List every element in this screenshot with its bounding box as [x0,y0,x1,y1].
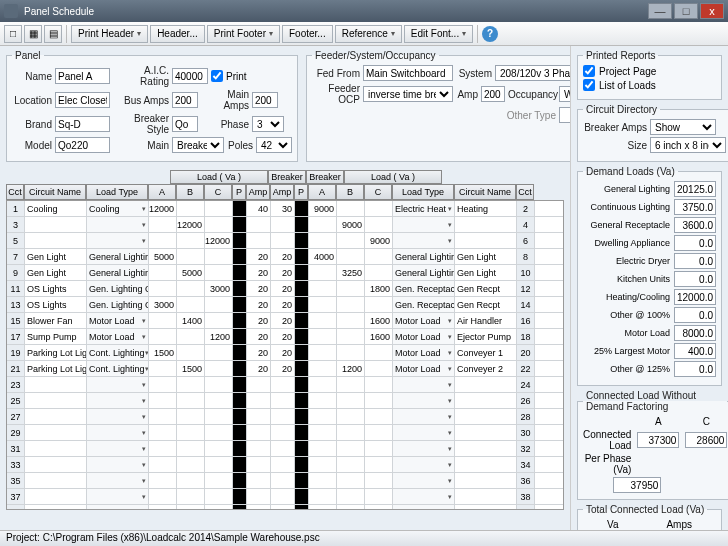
close-button[interactable]: x [700,3,724,19]
name-input[interactable] [55,68,110,84]
print-checkbox[interactable] [211,70,223,82]
demand-legend: Demand Loads (Va) [583,166,678,177]
col-amp-l[interactable]: Amp [246,184,270,200]
demand-row: Other @ 100% [583,307,716,323]
demand-value[interactable] [674,181,716,197]
bamps-select[interactable]: Show [650,119,716,135]
amp-input[interactable] [481,86,505,102]
poles-select[interactable]: 42 [256,137,292,153]
demand-value[interactable] [674,253,716,269]
system-label: System [456,68,492,79]
demand-value[interactable] [674,343,716,359]
maximize-button[interactable]: □ [674,3,698,19]
col-a-r[interactable]: A [308,184,336,200]
col-cct-r[interactable]: Cct [516,184,534,200]
ocp-select[interactable]: inverse time breaker [363,86,453,102]
col-circuitname-r[interactable]: Circuit Name [454,184,516,200]
demand-row: Heating/Cooling [583,289,716,305]
grid-icon[interactable]: ▤ [44,25,62,43]
listloads-checkbox[interactable] [583,79,595,91]
table-row[interactable]: 2930 [7,425,563,441]
col-circuitname-l[interactable]: Circuit Name [24,184,86,200]
cl-a-input[interactable] [637,432,679,448]
grid-body[interactable]: 1CoolingCooling1200040309000Electric Hea… [6,200,564,510]
grp-breaker-right: Breaker [306,170,344,184]
projectpage-label: Project Page [599,66,656,77]
table-row[interactable]: 3132 [7,441,563,457]
print-footer-button[interactable]: Print Footer▾ [207,25,280,43]
demand-value[interactable] [674,271,716,287]
table-row[interactable]: 7Gen LightGeneral Lighting500020204000Ge… [7,249,563,265]
main-select[interactable]: Breaker [172,137,224,153]
busamps-input[interactable] [172,92,198,108]
table-row[interactable]: 2324 [7,377,563,393]
col-b-l[interactable]: B [176,184,204,200]
col-c-r[interactable]: C [364,184,392,200]
table-row[interactable]: 9Gen LightGeneral Lighting500020203250Ge… [7,265,563,281]
table-row[interactable]: 21Parking Lot LightsCont. Lighting150020… [7,361,563,377]
table-row[interactable]: 3738 [7,489,563,505]
demand-value[interactable] [674,307,716,323]
table-row[interactable]: 3536 [7,473,563,489]
name-label: Name [12,71,52,82]
minimize-button[interactable]: — [648,3,672,19]
table-row[interactable]: 13OS LightsGen. Lighting C30002020Gen. R… [7,297,563,313]
table-row[interactable]: 3940 [7,505,563,510]
header-button[interactable]: Header... [150,25,205,43]
mainamps-input[interactable] [252,92,278,108]
edit-font-button[interactable]: Edit Font...▾ [404,25,473,43]
reference-button[interactable]: Reference▾ [335,25,402,43]
table-row[interactable]: 11OS LightsGen. Lighting C300020201800Ge… [7,281,563,297]
brand-input[interactable] [55,116,110,132]
col-amp-r[interactable]: Amp [270,184,294,200]
brand-label: Brand [12,119,52,130]
demand-value[interactable] [674,199,716,215]
demand-value[interactable] [674,325,716,341]
demand-value[interactable] [674,217,716,233]
phase-select[interactable]: 3 [252,116,284,132]
new-icon[interactable]: □ [4,25,22,43]
col-loadtype-r[interactable]: Load Type [392,184,454,200]
bstyle-input[interactable] [172,116,198,132]
demand-value[interactable] [674,361,716,377]
projectpage-checkbox[interactable] [583,65,595,77]
aic-input[interactable] [172,68,208,84]
demand-value[interactable] [674,289,716,305]
location-input[interactable] [55,92,110,108]
col-a-l[interactable]: A [148,184,176,200]
cl-c-input[interactable] [685,432,727,448]
demand-value[interactable] [674,235,716,251]
table-row[interactable]: 17Sump PumpMotor Load120020201600Motor L… [7,329,563,345]
col-p-r[interactable]: P [294,184,308,200]
table-row[interactable]: 2526 [7,393,563,409]
table-row[interactable]: 1CoolingCooling1200040309000Electric Hea… [7,201,563,217]
statusbar: Project: C:\Program Files (x86)\Loadcalc… [0,530,728,546]
occ-select[interactable]: Warehouse (storage) [559,86,570,102]
connected-legend: Connected Load Without Demand Factoring [583,390,727,412]
table-row[interactable]: 31200090004 [7,217,563,233]
size-select[interactable]: 6 inch x 8 inch [650,137,726,153]
table-row[interactable]: 15Blower FanMotor Load140020201600Motor … [7,313,563,329]
table-row[interactable]: 2728 [7,409,563,425]
titlebar: Panel Schedule — □ x [0,0,728,22]
print-header-button[interactable]: Print Header▾ [71,25,148,43]
col-loadtype-l[interactable]: Load Type [86,184,148,200]
connected-load-fieldset: Connected Load Without Demand Factoring … [577,390,728,500]
col-b-r[interactable]: B [336,184,364,200]
model-input[interactable] [55,137,110,153]
aic-label: A.I.C. Rating [113,65,169,87]
fedfrom-input[interactable] [363,65,453,81]
col-p-l[interactable]: P [232,184,246,200]
pp-label: Per Phase (Va) [583,453,631,475]
table-row[interactable]: 51200090006 [7,233,563,249]
reports-legend: Printed Reports [583,50,658,61]
open-icon[interactable]: ▦ [24,25,42,43]
system-select[interactable]: 208/120v 3 Phase 4 W [495,65,570,81]
col-cct-l[interactable]: Cct [6,184,24,200]
col-c-l[interactable]: C [204,184,232,200]
table-row[interactable]: 3334 [7,457,563,473]
pp-b-input[interactable] [613,477,661,493]
help-icon[interactable]: ? [482,26,498,42]
footer-button[interactable]: Footer... [282,25,333,43]
table-row[interactable]: 19Parking Lot LightsCont. Lighting150020… [7,345,563,361]
